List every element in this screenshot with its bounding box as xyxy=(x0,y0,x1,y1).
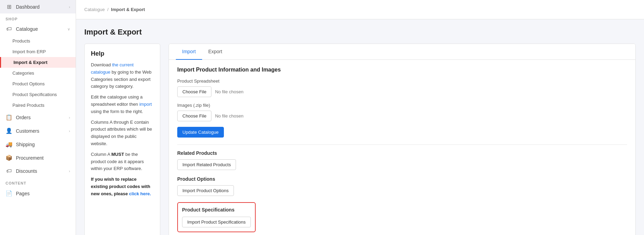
sidebar-sub-item-product-options[interactable]: Product Options xyxy=(0,78,76,89)
sidebar-item-customers[interactable]: 👤 Customers › xyxy=(0,124,76,138)
pages-icon: 📄 xyxy=(6,190,12,197)
sidebar-item-label: Discounts xyxy=(16,168,37,174)
divider-1 xyxy=(177,144,627,145)
sidebar-item-label: Pages xyxy=(16,191,30,196)
customers-icon: 👤 xyxy=(6,128,12,134)
page-title: Import & Export xyxy=(84,28,636,37)
sidebar-sub-item-product-specs[interactable]: Product Specifications xyxy=(0,89,76,100)
help-panel: Help Download the current catalogue by g… xyxy=(84,44,160,235)
help-text-4: Column A MUST be the product code as it … xyxy=(91,151,154,172)
tab-bar: Import Export xyxy=(169,44,635,60)
sidebar-item-catalogue[interactable]: 🏷 Catalogue ∨ xyxy=(0,22,76,36)
sidebar: ⊞ Dashboard › SHOP 🏷 Catalogue ∨ Product… xyxy=(0,0,76,235)
import-form-panel: Import Export Import Product Information… xyxy=(169,44,636,235)
no-file-images: No file chosen xyxy=(215,113,243,119)
images-file-row: Choose File No file chosen xyxy=(177,111,627,121)
sidebar-sub-item-import-erp[interactable]: Import from ERP xyxy=(0,46,76,57)
sidebar-item-procurement[interactable]: 📦 Procurement xyxy=(0,151,76,164)
sidebar-item-pages[interactable]: 📄 Pages xyxy=(0,187,76,200)
choose-file-images-button[interactable]: Choose File xyxy=(177,111,211,121)
chevron-right-icon: › xyxy=(69,115,70,120)
help-text-3: Columns A through E contain product attr… xyxy=(91,119,154,148)
sidebar-item-orders[interactable]: 📋 Orders › xyxy=(0,111,76,124)
sidebar-item-label: Shipping xyxy=(16,142,35,147)
discounts-icon: 🏷 xyxy=(6,168,12,174)
chevron-right-icon: › xyxy=(69,5,70,9)
update-catalogue-button[interactable]: Update Catalogue xyxy=(177,127,224,138)
sidebar-item-label: Procurement xyxy=(16,155,44,161)
sidebar-sub-item-import-export[interactable]: Import & Export xyxy=(0,57,76,68)
help-link-catalogue[interactable]: the current catalogue xyxy=(91,62,134,75)
product-options-section: Product Options Import Product Options xyxy=(177,176,627,196)
related-products-section: Related Products Import Related Products xyxy=(177,150,627,170)
breadcrumb-parent[interactable]: Catalogue xyxy=(84,7,105,12)
orders-icon: 📋 xyxy=(6,114,12,121)
product-options-title: Product Options xyxy=(177,176,627,182)
sidebar-item-shipping[interactable]: 🚚 Shipping xyxy=(0,138,76,151)
product-spreadsheet-row: Choose File No file chosen xyxy=(177,86,627,97)
sidebar-sub-item-paired-products[interactable]: Paired Products xyxy=(0,100,76,111)
shipping-icon: 🚚 xyxy=(6,141,12,148)
help-text-1: Download the current catalogue by going … xyxy=(91,62,154,90)
help-link-import[interactable]: import xyxy=(139,102,152,107)
import-product-options-button[interactable]: Import Product Options xyxy=(177,185,234,196)
import-product-specifications-button[interactable]: Import Product Specifications xyxy=(182,217,251,227)
sidebar-sub-item-categories[interactable]: Categories xyxy=(0,68,76,78)
sidebar-item-label: Catalogue xyxy=(16,26,38,32)
help-text-5: If you wish to replace existing product … xyxy=(91,176,154,197)
form-main-title: Import Product Information and Images xyxy=(177,67,627,73)
import-related-products-button[interactable]: Import Related Products xyxy=(177,159,236,170)
help-link-click-here[interactable]: click here. xyxy=(129,191,151,196)
product-spreadsheet-label: Product Spreadsheet xyxy=(177,78,627,84)
chevron-right-icon: › xyxy=(69,129,70,133)
chevron-right-icon: › xyxy=(69,169,70,173)
help-title: Help xyxy=(91,50,154,57)
sidebar-item-label: Orders xyxy=(16,115,31,120)
form-content: Import Product Information and Images Pr… xyxy=(169,60,635,235)
page-area: Import & Export Help Download the curren… xyxy=(76,19,644,235)
sidebar-sub-item-products[interactable]: Products xyxy=(0,36,76,46)
sidebar-item-discounts[interactable]: 🏷 Discounts › xyxy=(0,164,76,178)
shop-section-label: SHOP xyxy=(0,13,76,22)
page-body: Help Download the current catalogue by g… xyxy=(84,44,636,235)
product-specifications-section: Product Specifications Import Product Sp… xyxy=(177,202,256,232)
product-specifications-title: Product Specifications xyxy=(182,207,251,213)
catalogue-icon: 🏷 xyxy=(6,26,12,32)
procurement-icon: 📦 xyxy=(6,154,12,161)
tab-export[interactable]: Export xyxy=(202,44,228,60)
breadcrumb: Catalogue / Import & Export xyxy=(84,7,145,12)
dashboard-icon: ⊞ xyxy=(6,3,12,10)
no-file-spreadsheet: No file chosen xyxy=(215,89,243,94)
tab-import[interactable]: Import xyxy=(176,44,202,60)
related-products-title: Related Products xyxy=(177,150,627,156)
chevron-down-icon: ∨ xyxy=(67,27,70,31)
choose-file-spreadsheet-button[interactable]: Choose File xyxy=(177,86,211,97)
sidebar-item-label: Dashboard xyxy=(16,4,40,10)
topbar: Catalogue / Import & Export xyxy=(76,0,644,19)
breadcrumb-current: Import & Export xyxy=(111,7,145,12)
sidebar-item-label: Customers xyxy=(16,128,39,134)
images-label: Images (.zip file) xyxy=(177,103,627,108)
content-section-label: CONTENT xyxy=(0,178,76,187)
sidebar-item-dashboard[interactable]: ⊞ Dashboard › xyxy=(0,0,76,13)
main-content: Catalogue / Import & Export Import & Exp… xyxy=(76,0,644,235)
help-text-2: Edit the catalogue using a spreadsheet e… xyxy=(91,94,154,115)
